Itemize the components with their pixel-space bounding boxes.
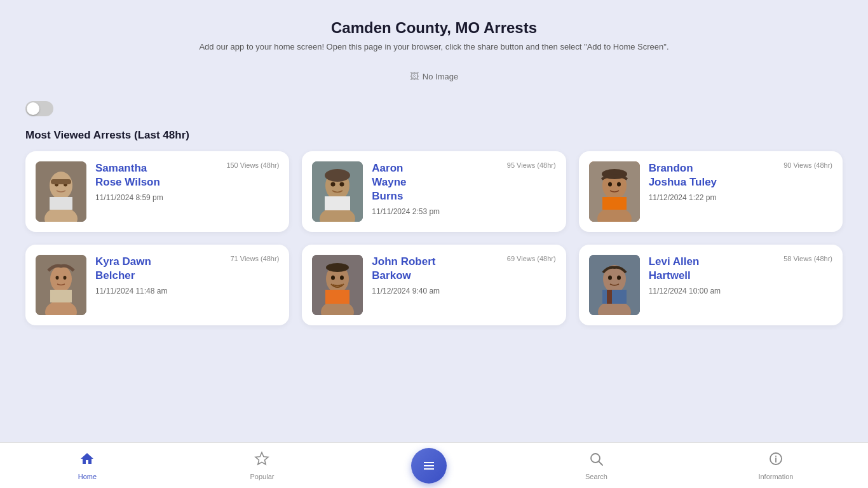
- mugshot-1: [36, 161, 86, 222]
- arrest-views-4: 71 Views (48hr): [230, 255, 279, 262]
- svg-rect-10: [325, 196, 350, 210]
- arrest-date-5: 11/12/2024 9:40 am: [372, 287, 555, 295]
- arrest-card-3[interactable]: BrandonJoshua Tuley 11/12/2024 1:22 pm 9…: [579, 151, 843, 232]
- svg-point-45: [775, 456, 776, 457]
- popular-icon: [254, 451, 269, 470]
- svg-point-12: [340, 182, 344, 187]
- page-subtitle: Add our app to your home screen! Open th…: [13, 42, 855, 51]
- arrest-date-1: 11/11/2024 8:59 pm: [95, 193, 279, 202]
- svg-point-33: [326, 263, 349, 272]
- mugshot-4: [36, 255, 86, 315]
- toggle-container: [0, 95, 868, 123]
- svg-point-32: [340, 276, 344, 280]
- svg-point-19: [617, 182, 621, 187]
- page-header: Camden County, MO Arrests Add our app to…: [0, 0, 868, 58]
- information-label: Information: [758, 473, 793, 480]
- arrest-card-1[interactable]: SamanthaRose Wilson 11/11/2024 8:59 pm 1…: [25, 151, 289, 232]
- nav-home[interactable]: Home: [62, 446, 112, 485]
- arrest-views-5: 69 Views (48hr): [507, 255, 556, 262]
- svg-point-40: [617, 276, 621, 280]
- arrest-views-2: 95 Views (48hr): [507, 161, 556, 169]
- svg-point-39: [608, 276, 612, 280]
- arrest-date-2: 11/11/2024 2:53 pm: [372, 207, 555, 216]
- svg-point-26: [64, 276, 67, 280]
- home-icon: [79, 451, 95, 470]
- arrest-views-6: 58 Views (48hr): [783, 255, 832, 262]
- mugshot-3: [589, 161, 640, 222]
- svg-line-42: [599, 461, 603, 465]
- mugshot-5: [312, 255, 363, 315]
- page-wrapper: Camden County, MO Arrests Add our app to…: [0, 0, 868, 488]
- arrest-card-2[interactable]: AaronWayneBurns 11/11/2024 2:53 pm 95 Vi…: [302, 151, 566, 232]
- nav-search[interactable]: Search: [571, 446, 621, 485]
- svg-point-31: [331, 276, 335, 280]
- page-title: Camden County, MO Arrests: [13, 19, 855, 37]
- svg-rect-24: [50, 290, 72, 302]
- arrest-date-3: 11/12/2024 1:22 pm: [649, 193, 832, 202]
- svg-rect-6: [51, 179, 71, 184]
- svg-point-18: [608, 182, 612, 187]
- arrest-views-1: 150 Views (48hr): [226, 161, 279, 169]
- svg-rect-38: [607, 290, 612, 304]
- svg-rect-37: [602, 290, 627, 304]
- arrest-date-6: 11/12/2024 10:00 am: [649, 287, 832, 295]
- home-label: Home: [78, 473, 97, 480]
- no-image-box: No Image: [410, 71, 458, 81]
- svg-rect-17: [602, 197, 627, 210]
- svg-point-11: [331, 182, 336, 187]
- information-icon: [768, 451, 783, 470]
- search-label: Search: [585, 473, 607, 480]
- popular-label: Popular: [250, 473, 275, 480]
- mugshot-2: [312, 161, 363, 222]
- svg-rect-30: [325, 290, 349, 304]
- no-image-label: No Image: [423, 72, 458, 81]
- arrest-date-4: 11/11/2024 11:48 am: [95, 287, 279, 295]
- svg-point-1: [50, 172, 72, 200]
- svg-point-13: [325, 169, 350, 182]
- arrest-views-3: 90 Views (48hr): [783, 161, 832, 169]
- nav-center-button[interactable]: [411, 448, 447, 484]
- section-title: Most Viewed Arrests (Last 48hr): [0, 123, 868, 151]
- svg-point-25: [56, 276, 59, 280]
- toggle-switch[interactable]: [25, 101, 53, 116]
- nav-popular[interactable]: Popular: [236, 446, 287, 485]
- mugshot-6: [589, 255, 640, 315]
- arrest-card-5[interactable]: John RobertBarkow 11/12/2024 9:40 am 69 …: [302, 245, 566, 325]
- svg-point-22: [50, 266, 72, 292]
- svg-rect-3: [50, 197, 72, 210]
- no-image-container: No Image: [410, 71, 458, 82]
- arrests-grid: SamanthaRose Wilson 11/11/2024 8:59 pm 1…: [0, 151, 868, 325]
- bottom-nav: Home Popular Search: [0, 442, 868, 488]
- arrest-info-2: AaronWayneBurns 11/11/2024 2:53 pm: [372, 161, 555, 216]
- nav-information[interactable]: Information: [745, 446, 806, 485]
- arrest-card-4[interactable]: Kyra DawnBelcher 11/11/2024 11:48 am 71 …: [25, 245, 289, 325]
- search-icon: [588, 451, 604, 470]
- arrest-card-6[interactable]: Levi AllenHartwell 11/12/2024 10:00 am 5…: [579, 245, 843, 325]
